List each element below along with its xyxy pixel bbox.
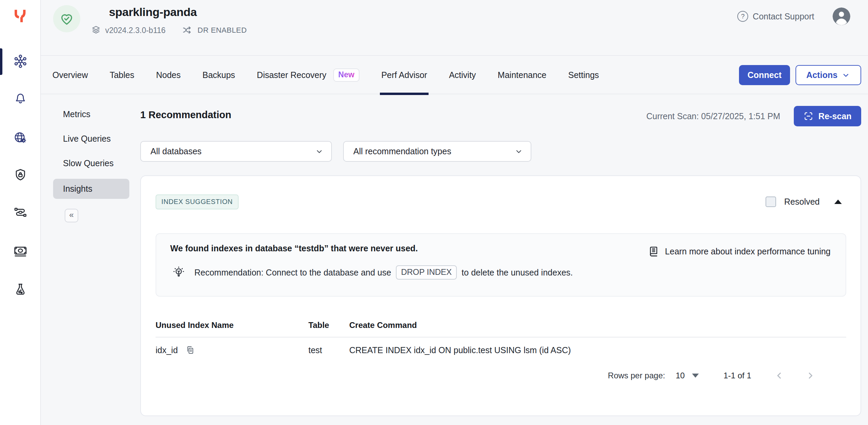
chevron-down-icon: [315, 147, 324, 156]
rows-per-page-arrow-icon[interactable]: [692, 374, 699, 378]
tab-actions: Connect Actions: [739, 65, 861, 85]
scan-frame-icon: [803, 111, 814, 121]
subnav-item-slow-queries[interactable]: Slow Queries: [63, 158, 114, 168]
perf-advisor-subnav: Metrics Live Queries Slow Queries Insigh…: [41, 94, 140, 425]
tab-disaster-recovery[interactable]: Disaster Recovery New: [257, 56, 360, 94]
next-page-icon[interactable]: [805, 370, 816, 381]
actions-button[interactable]: Actions: [795, 65, 861, 85]
layers-icon: [90, 25, 102, 36]
col-unused-index-name: Unused Index Name: [156, 320, 308, 330]
cluster-meta-row: v2024.2.3.0-b116 DR ENABLED: [90, 25, 247, 36]
tab-backups[interactable]: Backups: [203, 56, 235, 94]
summary-text: We found indexes in database “testdb” th…: [170, 243, 418, 253]
clusters-icon[interactable]: [13, 54, 28, 69]
chevron-down-icon: [514, 147, 523, 156]
subnav-item-metrics[interactable]: Metrics: [63, 109, 91, 119]
tabs: Overview Tables Nodes Backups Disaster R…: [52, 56, 599, 94]
alerts-bell-icon[interactable]: [13, 90, 28, 105]
subnav-item-insights[interactable]: Insights: [53, 179, 129, 199]
recommendation-card: INDEX SUGGESTION Resolved We found index…: [140, 175, 861, 416]
rail-active-indicator: [0, 48, 2, 75]
chevron-down-icon: [841, 71, 850, 80]
user-avatar[interactable]: [833, 7, 850, 25]
col-table: Table: [308, 320, 349, 330]
collapse-sidebar-button[interactable]: «: [65, 209, 78, 222]
yugabyte-logo-icon: [12, 8, 28, 24]
unused-index-table-header: Unused Index Name Table Create Command: [156, 320, 846, 330]
tab-activity[interactable]: Activity: [449, 56, 476, 94]
advice-line: Recommendation: Connect to the database …: [172, 265, 573, 280]
col-create-command: Create Command: [349, 320, 846, 330]
header-right-cluster: ? Contact Support: [737, 7, 850, 25]
rows-per-page-label: Rows per page:: [608, 371, 665, 380]
rows-per-page-value[interactable]: 10: [676, 371, 685, 380]
index-suggestion-badge: INDEX SUGGESTION: [156, 194, 239, 209]
region-config-globe-icon[interactable]: [13, 130, 28, 145]
tab-nodes[interactable]: Nodes: [156, 56, 180, 94]
connect-button[interactable]: Connect: [739, 65, 790, 85]
table-row: idx_id test CREATE INDEX idx_id ON publi…: [156, 345, 846, 355]
current-scan-label: Current Scan: 05/27/2025, 1:51 PM: [646, 111, 780, 121]
heart-check-icon: [59, 11, 75, 27]
drop-index-chip: DROP INDEX: [396, 265, 457, 280]
new-badge: New: [333, 68, 359, 82]
subnav-item-live-queries[interactable]: Live Queries: [63, 134, 111, 144]
cluster-name: sparkling-panda: [109, 5, 197, 19]
pagination-range: 1-1 of 1: [724, 371, 751, 380]
dr-enabled-badge: DR ENABLED: [197, 26, 247, 35]
tab-perf-advisor[interactable]: Perf Advisor: [381, 56, 427, 94]
collapse-card-arrow-icon[interactable]: [834, 200, 842, 204]
tab-overview[interactable]: Overview: [52, 56, 88, 94]
cluster-health-badge: [53, 5, 80, 32]
pipelines-flow-icon[interactable]: [13, 206, 28, 221]
lightbulb-icon: [172, 266, 186, 279]
resolved-checkbox[interactable]: [766, 196, 776, 207]
tab-tables[interactable]: Tables: [110, 56, 134, 94]
learn-more-link[interactable]: Learn more about index performance tunin…: [647, 245, 831, 258]
tab-maintenance[interactable]: Maintenance: [498, 56, 546, 94]
billing-money-icon[interactable]: [13, 244, 28, 259]
resolved-cluster: Resolved: [766, 196, 842, 207]
database-filter-select[interactable]: All databases: [140, 141, 332, 162]
security-shield-icon[interactable]: [13, 168, 28, 183]
table-divider: [156, 337, 846, 337]
recommendation-count-heading: 1 Recommendation: [140, 109, 231, 121]
filter-row: All databases All recommendation types: [140, 141, 531, 162]
labs-flask-icon[interactable]: [13, 282, 28, 297]
create-command-cell: CREATE INDEX idx_id ON public.test USING…: [349, 345, 846, 355]
book-icon: [647, 245, 660, 258]
pagination: Rows per page: 10 1-1 of 1: [608, 370, 816, 381]
shuffle-icon: [182, 25, 193, 36]
previous-page-icon[interactable]: [774, 370, 785, 381]
table-cell: test: [308, 345, 349, 355]
cluster-tab-bar: Overview Tables Nodes Backups Disaster R…: [41, 56, 868, 94]
resolved-label: Resolved: [784, 197, 820, 207]
cluster-version: v2024.2.3.0-b116: [105, 26, 165, 35]
recommendation-summary-box: We found indexes in database “testdb” th…: [156, 233, 846, 297]
scan-row: Current Scan: 05/27/2025, 1:51 PM Re-sca…: [646, 106, 861, 126]
recommendation-type-filter-select[interactable]: All recommendation types: [343, 141, 531, 162]
contact-support-link[interactable]: Contact Support: [753, 12, 814, 21]
tab-settings[interactable]: Settings: [568, 56, 599, 94]
summary-database-name: “testdb”: [294, 243, 328, 253]
rescan-button[interactable]: Re-scan: [794, 106, 861, 126]
person-icon: [833, 7, 850, 25]
help-icon[interactable]: ?: [737, 11, 748, 22]
copy-icon[interactable]: [185, 345, 195, 355]
index-name-cell: idx_id: [156, 345, 178, 355]
cluster-header: sparkling-panda v2024.2.3.0-b116 DR ENAB…: [41, 0, 868, 56]
app-icon-rail: [0, 0, 41, 425]
